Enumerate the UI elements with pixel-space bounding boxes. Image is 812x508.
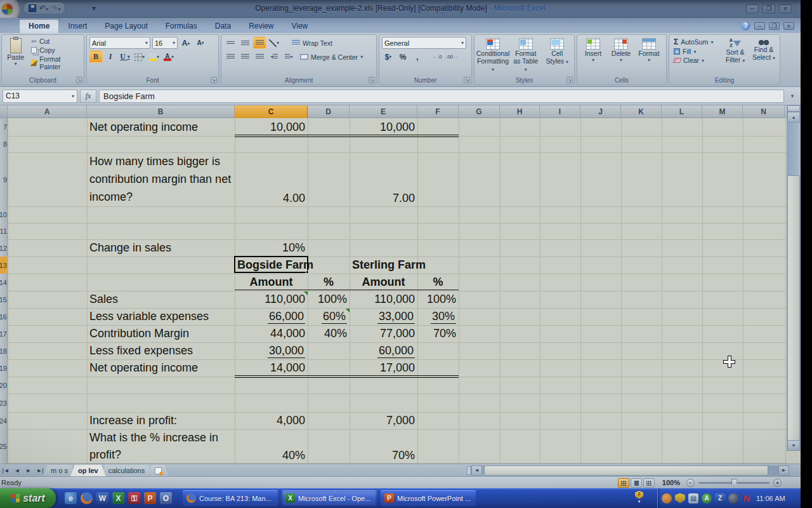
clipboard-dialog-launcher[interactable]: ↘ <box>76 77 82 83</box>
name-box-dropdown-icon[interactable]: ▾ <box>72 93 74 99</box>
row-header-20[interactable]: 20 <box>0 377 8 394</box>
cell-C25[interactable]: 40% <box>235 429 308 464</box>
column-header-G[interactable]: G <box>459 105 500 118</box>
decrease-decimal-button[interactable]: .00→ <box>445 51 459 63</box>
row-header-15[interactable]: 15 <box>0 291 8 308</box>
bold-button[interactable]: B <box>89 51 102 63</box>
task-button-powerpoint[interactable]: P Microsoft PowerPoint ... <box>381 490 476 506</box>
column-header-E[interactable]: E <box>350 105 417 118</box>
cell-B16[interactable]: Less variable expenses <box>87 308 235 325</box>
cell-D14[interactable]: % <box>308 274 350 291</box>
font-color-button[interactable]: A▾ <box>162 51 175 63</box>
column-header-C[interactable]: C <box>235 105 308 118</box>
horizontal-split-handle[interactable] <box>467 466 471 475</box>
column-header-J[interactable]: J <box>580 105 621 118</box>
increase-decimal-button[interactable]: ←.0 <box>431 51 443 63</box>
column-header-M[interactable]: M <box>702 105 743 118</box>
row-header-25[interactable]: 25 <box>0 429 8 464</box>
sheet-tab-calculations[interactable]: calculations <box>101 465 152 476</box>
number-format-select[interactable]: General▾ <box>382 37 466 49</box>
zoom-in-icon[interactable]: + <box>773 479 782 487</box>
sheet-tab-op-lev[interactable]: op lev <box>70 465 106 476</box>
row-header-9[interactable]: 9 <box>0 152 8 206</box>
column-header-K[interactable]: K <box>621 105 662 118</box>
column-header-D[interactable]: D <box>308 105 350 118</box>
fill-button[interactable]: ▾Fill▾ <box>672 47 720 56</box>
row-header-16[interactable]: 16 <box>0 308 8 325</box>
next-sheet-icon[interactable]: ► <box>23 465 34 476</box>
column-header-H[interactable]: H <box>500 105 540 118</box>
page-break-view-button[interactable] <box>643 478 655 488</box>
cell-E19[interactable]: 17,000 <box>350 359 417 377</box>
tab-view[interactable]: View <box>282 20 317 33</box>
percent-style-button[interactable]: % <box>396 51 409 63</box>
tray-swirl-icon[interactable] <box>728 493 738 504</box>
minimize-button[interactable]: − <box>746 4 759 13</box>
row-header-14[interactable]: 14 <box>0 274 8 291</box>
tab-review[interactable]: Review <box>240 20 282 33</box>
horizontal-scroll-track[interactable] <box>482 465 778 476</box>
align-top-button[interactable] <box>224 37 237 49</box>
comma-style-button[interactable]: , <box>411 51 424 63</box>
styles-dialog-launcher[interactable]: ↘ <box>566 77 573 83</box>
outlook-icon[interactable]: O <box>160 492 172 504</box>
column-header-F[interactable]: F <box>417 105 459 118</box>
row-header-13[interactable]: 13 <box>0 257 8 274</box>
sort-filter-button[interactable]: AZ Sort &Filter ▾ <box>722 37 749 76</box>
accounting-format-button[interactable]: $▾ <box>382 51 395 63</box>
vertical-split-handle[interactable] <box>787 105 800 112</box>
insert-function-button[interactable]: fx <box>80 90 96 103</box>
start-button[interactable]: start <box>0 488 56 508</box>
normal-view-button[interactable] <box>618 478 629 488</box>
paste-button[interactable]: Paste▾ <box>4 37 27 71</box>
cell-B25[interactable]: What is the % increase in profit? <box>87 429 235 464</box>
row-header-24[interactable]: 24 <box>0 412 8 429</box>
insert-cells-button[interactable]: Insert▾ <box>580 37 606 76</box>
cell-D16[interactable]: 60% <box>308 308 350 325</box>
cell-C12[interactable]: 10% <box>235 239 308 257</box>
autosum-button[interactable]: ΣAutoSum▾ <box>672 37 720 47</box>
formula-input[interactable]: Bogside Farm <box>99 90 784 103</box>
column-header-N[interactable]: N <box>743 105 785 118</box>
italic-button[interactable]: I <box>104 51 117 63</box>
prev-sheet-icon[interactable]: ◄ <box>11 465 23 476</box>
horizontal-scroll-thumb[interactable] <box>484 465 768 476</box>
firefox-icon[interactable] <box>81 492 93 504</box>
cell-B24[interactable]: Increase in profit: <box>87 412 235 429</box>
align-bottom-button[interactable] <box>253 37 266 49</box>
clear-button[interactable]: Clear▾ <box>672 56 720 65</box>
cell-B17[interactable]: Contribution Margin <box>87 325 235 342</box>
column-header-I[interactable]: I <box>540 105 580 118</box>
row-header-8[interactable]: 8 <box>0 136 8 152</box>
cell-F14[interactable]: % <box>417 274 459 291</box>
row-header-17[interactable]: 17 <box>0 325 8 342</box>
zoom-slider-handle[interactable] <box>731 479 737 487</box>
vertical-scrollbar[interactable]: ▴ ▾ <box>787 105 801 451</box>
row-header-12[interactable]: 12 <box>0 239 8 257</box>
grid-body[interactable]: 7 8 9 10 11 12 13 14 15 16 17 18 19 20 2… <box>0 118 787 464</box>
align-left-button[interactable] <box>224 51 237 63</box>
cell-C15[interactable]: 110,000 <box>235 291 308 308</box>
row-header-23[interactable]: 23 <box>0 394 8 412</box>
cell-E17[interactable]: 77,000 <box>350 325 417 342</box>
tray-antivirus-icon[interactable]: A <box>702 493 712 504</box>
delete-cells-button[interactable]: Delete▾ <box>608 37 634 76</box>
align-middle-button[interactable] <box>239 37 251 49</box>
font-size-select[interactable]: 16▾ <box>152 37 178 49</box>
horizontal-scrollbar[interactable]: ◄ ► <box>467 465 789 476</box>
hide-icons-chevron-icon[interactable]: ▾ <box>638 499 641 504</box>
conditional-formatting-button[interactable]: ConditionalFormatting ▾ <box>477 37 509 76</box>
cell-F15[interactable]: 100% <box>417 291 459 308</box>
scroll-left-icon[interactable]: ◄ <box>471 465 482 476</box>
cell-E24[interactable]: 7,000 <box>350 412 417 429</box>
cell-C9[interactable]: 4.00 <box>235 152 308 206</box>
close-button[interactable]: × <box>779 4 792 13</box>
tab-home[interactable]: Home <box>19 19 59 33</box>
cell-E13[interactable]: Sterling Farm <box>350 257 417 274</box>
cell-D15[interactable]: 100% <box>308 291 350 308</box>
scroll-right-icon[interactable]: ► <box>778 465 789 476</box>
restore-button[interactable]: ❐ <box>763 4 775 13</box>
column-header-B[interactable]: B <box>87 105 235 118</box>
cell-B18[interactable]: Less fixed expenses <box>87 342 235 359</box>
insert-worksheet-tab[interactable] <box>147 465 169 476</box>
